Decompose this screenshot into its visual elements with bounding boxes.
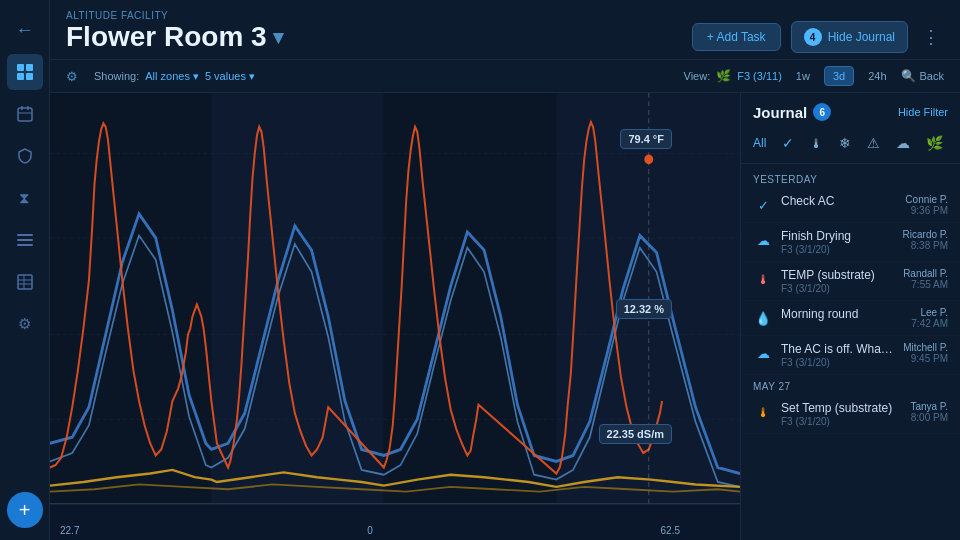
- svg-point-27: [644, 155, 653, 165]
- hide-filter-button[interactable]: Hide Filter: [898, 106, 948, 118]
- time-1w-button[interactable]: 1w: [788, 67, 818, 85]
- entry-temp-substrate-content: TEMP (substrate) F3 (3/1/20): [781, 268, 895, 294]
- entry-meta: Ricardo P. 8:38 PM: [903, 229, 948, 251]
- entry-check-icon: ✓: [753, 195, 773, 215]
- sidebar-item-shield[interactable]: [7, 138, 43, 174]
- journal-header: Journal 6 Hide Filter All ✓ 🌡 ❄ ⚠ ☁ 🌿: [741, 93, 960, 164]
- entry-temp-icon: 🌡: [753, 269, 773, 289]
- journal-badge: 6: [813, 103, 831, 121]
- svg-rect-9: [17, 239, 33, 241]
- search-icon: 🔍: [901, 69, 916, 83]
- entry-finish-drying-content: Finish Drying F3 (3/1/20): [781, 229, 895, 255]
- add-button[interactable]: +: [7, 492, 43, 528]
- entry-sub: F3 (3/1/20): [781, 283, 895, 294]
- view-group: View: 🌿 F3 (3/11) 1w 3d 24h 🔍 Back: [684, 66, 944, 86]
- entry-title: Set Temp (substrate): [781, 401, 902, 415]
- filter-warning-icon[interactable]: ⚠: [863, 133, 884, 153]
- x-label-0: 22.7: [60, 525, 79, 536]
- svg-rect-1: [26, 64, 33, 71]
- time-24h-button[interactable]: 24h: [860, 67, 894, 85]
- x-axis-labels: 22.7 0 62.5: [60, 525, 680, 536]
- room-title[interactable]: Flower Room 3 ▾: [66, 21, 283, 53]
- sidebar-item-hourglass[interactable]: ⧗: [7, 180, 43, 216]
- entry-meta: Tanya P. 8:00 PM: [910, 401, 948, 423]
- sidebar: ← ⧗: [0, 0, 50, 540]
- back-button[interactable]: 🔍 Back: [901, 69, 944, 83]
- entry-sub: F3 (3/1/20): [781, 416, 902, 427]
- filter-drop-icon[interactable]: ❄: [835, 133, 855, 153]
- journal-entry-finish-drying[interactable]: ☁ Finish Drying F3 (3/1/20) Ricardo P. 8…: [741, 223, 960, 262]
- add-task-button[interactable]: + Add Task: [692, 23, 781, 51]
- journal-panel: Journal 6 Hide Filter All ✓ 🌡 ❄ ⚠ ☁ 🌿: [740, 93, 960, 540]
- sidebar-item-table[interactable]: [7, 264, 43, 300]
- entry-title: Morning round: [781, 307, 903, 321]
- entry-sub: F3 (3/1/20): [781, 357, 895, 368]
- svg-rect-8: [17, 234, 33, 236]
- entry-sub: F3 (3/1/20): [781, 244, 895, 255]
- entry-water-icon: 💧: [753, 308, 773, 328]
- entry-title: Check AC: [781, 194, 897, 208]
- entry-meta: Lee P. 7:42 AM: [911, 307, 948, 329]
- content-area: 54.1 30.9 88.2: [50, 93, 960, 540]
- journal-filter-bar: All ✓ 🌡 ❄ ⚠ ☁ 🌿: [753, 129, 948, 157]
- filter-cloud-icon[interactable]: ☁: [892, 133, 914, 153]
- chart-section: 54.1 30.9 88.2: [50, 93, 740, 540]
- filter-leaf-icon[interactable]: 🌿: [922, 133, 947, 153]
- filter-all-button[interactable]: All: [753, 136, 766, 150]
- settings-icon[interactable]: ⚙: [66, 69, 78, 84]
- svg-rect-2: [17, 73, 24, 80]
- date-header-yesterday: Yesterday: [741, 168, 960, 188]
- filter-temp-icon[interactable]: 🌡: [806, 134, 827, 153]
- entry-cloud2-icon: ☁: [753, 343, 773, 363]
- journal-entry-temp-substrate[interactable]: 🌡 TEMP (substrate) F3 (3/1/20) Randall P…: [741, 262, 960, 301]
- sidebar-item-calendar[interactable]: [7, 96, 43, 132]
- entry-meta: Mitchell P. 9:45 PM: [903, 342, 948, 364]
- header: Altitude Facility Flower Room 3 ▾ + Add …: [50, 0, 960, 60]
- chart-canvas: [50, 93, 740, 540]
- x-label-1: 0: [367, 525, 373, 536]
- journal-count-badge: 4: [804, 28, 822, 46]
- header-actions: + Add Task 4 Hide Journal ⋮: [692, 21, 944, 53]
- svg-rect-0: [17, 64, 24, 71]
- journal-entry-check-ac[interactable]: ✓ Check AC Connie P. 9:36 PM: [741, 188, 960, 223]
- entry-set-temp-content: Set Temp (substrate) F3 (3/1/20): [781, 401, 902, 427]
- room-title-chevron-icon[interactable]: ▾: [273, 25, 283, 49]
- entry-title: TEMP (substrate): [781, 268, 895, 282]
- svg-point-28: [644, 300, 653, 310]
- journal-entry-set-temp[interactable]: 🌡 Set Temp (substrate) F3 (3/1/20) Tanya…: [741, 395, 960, 434]
- svg-rect-11: [18, 275, 32, 289]
- entry-meta: Connie P. 9:36 PM: [905, 194, 948, 216]
- journal-entries-list: Yesterday ✓ Check AC Connie P. 9:36 PM ☁…: [741, 164, 960, 540]
- time-3d-button[interactable]: 3d: [824, 66, 854, 86]
- leaf-icon: 🌿: [716, 69, 731, 83]
- chart-toolbar: ⚙ Showing: All zones ▾ 5 values ▾ View: …: [50, 60, 960, 93]
- entry-title: The AC is off. What happe...: [781, 342, 895, 356]
- entry-meta: Randall P. 7:55 AM: [903, 268, 948, 290]
- f3-link[interactable]: F3 (3/11): [737, 70, 782, 82]
- journal-entry-ac-off[interactable]: ☁ The AC is off. What happe... F3 (3/1/2…: [741, 336, 960, 375]
- journal-entry-morning-round[interactable]: 💧 Morning round Lee P. 7:42 AM: [741, 301, 960, 336]
- showing-group: Showing: All zones ▾ 5 values ▾: [94, 70, 255, 83]
- main-content: Altitude Facility Flower Room 3 ▾ + Add …: [50, 0, 960, 540]
- x-label-2: 62.5: [661, 525, 680, 536]
- svg-rect-17: [50, 93, 211, 504]
- facility-label: Altitude Facility: [66, 10, 944, 21]
- entry-temp2-icon: 🌡: [753, 402, 773, 422]
- sidebar-item-gear[interactable]: ⚙: [7, 306, 43, 342]
- svg-rect-10: [17, 244, 33, 246]
- svg-point-29: [644, 432, 653, 442]
- journal-title: Journal 6: [753, 103, 831, 121]
- hide-journal-button[interactable]: 4 Hide Journal: [791, 21, 908, 53]
- svg-rect-3: [26, 73, 33, 80]
- sidebar-item-back[interactable]: ←: [7, 12, 43, 48]
- kebab-menu-button[interactable]: ⋮: [918, 22, 944, 52]
- zones-select[interactable]: All zones ▾: [145, 70, 199, 83]
- entry-ac-off-content: The AC is off. What happe... F3 (3/1/20): [781, 342, 895, 368]
- sidebar-item-lines[interactable]: [7, 222, 43, 258]
- sidebar-item-dashboard[interactable]: [7, 54, 43, 90]
- svg-rect-4: [18, 108, 32, 121]
- values-select[interactable]: 5 values ▾: [205, 70, 255, 83]
- entry-morning-round-content: Morning round: [781, 307, 903, 321]
- entry-cloud-icon: ☁: [753, 230, 773, 250]
- filter-check-icon[interactable]: ✓: [778, 133, 798, 153]
